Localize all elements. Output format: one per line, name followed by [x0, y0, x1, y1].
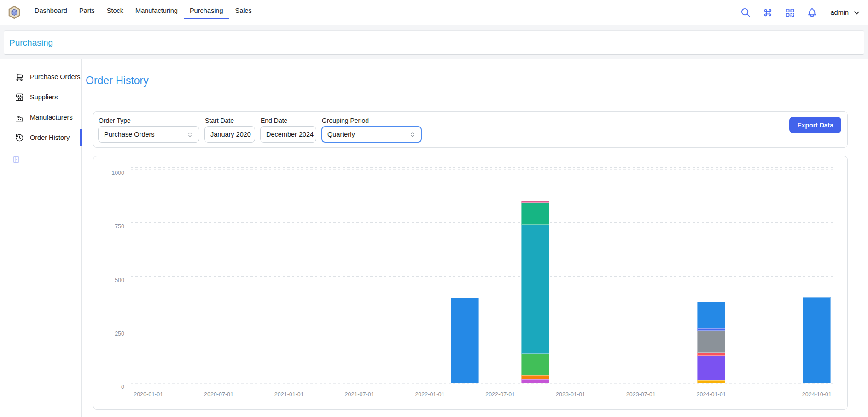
search-icon[interactable] — [740, 7, 751, 18]
y-tick-label: 1000 — [97, 170, 124, 176]
username: admin — [831, 9, 849, 16]
tab-manufacturing[interactable]: Manufacturing — [129, 3, 184, 19]
start-date-label: Start Date — [205, 117, 255, 124]
sidebar-item-label: Suppliers — [30, 93, 58, 101]
navbar-actions: admin — [740, 7, 861, 18]
tab-sales[interactable]: Sales — [229, 3, 257, 19]
order-type-filter: Order Type Purchase Orders — [98, 117, 199, 143]
sidebar-item-purchase-orders[interactable]: Purchase Orders — [0, 69, 81, 85]
x-tick-label: 2022-07-01 — [485, 391, 515, 398]
order-history-chart-card: 025050075010002020-01-012020-07-012021-0… — [93, 156, 848, 410]
bar-segment-2022-10-01[interactable] — [521, 201, 549, 203]
shopping-cart-icon — [15, 73, 24, 81]
chevron-down-icon — [853, 9, 861, 17]
tab-stock[interactable]: Stock — [101, 3, 129, 19]
x-tick-label: 2024-01-01 — [697, 391, 726, 398]
start-date-value: January 2020 — [210, 131, 251, 138]
order-type-select[interactable]: Purchase Orders — [98, 126, 199, 143]
y-tick-label: 750 — [97, 223, 124, 230]
order-type-label: Order Type — [99, 117, 199, 124]
x-tick-label: 2022-01-01 — [415, 391, 444, 398]
export-data-button[interactable]: Export Data — [789, 117, 841, 133]
end-date-value: December 2024 — [266, 131, 314, 138]
bell-icon[interactable] — [807, 7, 817, 18]
sidebar-item-label: Order History — [30, 134, 70, 141]
order-type-value: Purchase Orders — [104, 131, 155, 138]
x-tick-label: 2023-01-01 — [556, 391, 585, 398]
bar-segment-2024-10-01[interactable] — [803, 297, 831, 383]
sidebar-item-label: Manufacturers — [30, 114, 73, 121]
qrcode-icon[interactable] — [785, 7, 795, 18]
y-gridline-500 — [131, 276, 834, 277]
sidebar-item-suppliers[interactable]: Suppliers — [0, 89, 81, 105]
panel-title: Order History — [86, 75, 149, 87]
sidebar-item-manufacturers[interactable]: Manufacturers — [0, 109, 81, 126]
page-title: Purchasing — [9, 38, 53, 48]
page-header-card: Purchasing — [4, 30, 864, 55]
bar-segment-2024-01-01[interactable] — [697, 331, 725, 352]
factory-icon — [15, 113, 24, 122]
history-icon — [15, 133, 24, 142]
y-gridline-750 — [131, 222, 834, 223]
tab-parts[interactable]: Parts — [73, 3, 101, 19]
sidebar: Purchase OrdersSuppliersManufacturersOrd… — [0, 59, 82, 417]
chart-top-gridline — [131, 167, 834, 168]
y-gridline-1000 — [131, 169, 834, 170]
selector-chevrons-icon — [405, 131, 416, 138]
bar-segment-2024-01-01[interactable] — [697, 356, 725, 380]
end-date-filter: End Date December 2024 — [260, 117, 316, 143]
bar-segment-2024-01-01[interactable] — [697, 353, 725, 356]
sidebar-collapse-icon[interactable] — [12, 156, 20, 164]
bar-segment-2024-01-01[interactable] — [697, 380, 725, 383]
bar-segment-2024-01-01[interactable] — [697, 302, 725, 328]
app-logo-icon[interactable] — [7, 6, 21, 19]
y-tick-label: 0 — [97, 384, 124, 390]
bar-segment-2022-10-01[interactable] — [521, 225, 549, 354]
end-date-input[interactable]: December 2024 — [260, 126, 316, 143]
selector-chevrons-icon — [183, 131, 193, 138]
divider — [86, 95, 851, 95]
grouping-period-label: Grouping Period — [322, 117, 422, 124]
filter-toolbar: Order Type Purchase Orders Start Date Ja… — [93, 111, 848, 148]
bar-segment-2024-01-01[interactable] — [697, 328, 725, 331]
command-icon[interactable] — [763, 7, 773, 18]
grouping-period-select[interactable]: Quarterly — [321, 126, 422, 143]
start-date-input[interactable]: January 2020 — [204, 126, 255, 143]
x-tick-label: 2024-10-01 — [802, 391, 832, 398]
main-panel: Order History Order Type Purchase Orders… — [82, 59, 868, 417]
main-nav-tabs: DashboardPartsStockManufacturingPurchasi… — [27, 3, 268, 19]
user-menu[interactable]: admin — [831, 9, 861, 17]
bar-segment-2022-10-01[interactable] — [521, 354, 549, 375]
top-navbar: DashboardPartsStockManufacturingPurchasi… — [0, 0, 868, 25]
end-date-label: End Date — [261, 117, 316, 124]
start-date-filter: Start Date January 2020 — [204, 117, 255, 143]
bar-segment-2022-04-01[interactable] — [451, 298, 479, 383]
x-tick-label: 2021-07-01 — [345, 391, 374, 398]
app-window: DashboardPartsStockManufacturingPurchasi… — [0, 0, 868, 417]
y-gridline-250 — [131, 330, 834, 330]
x-tick-label: 2021-01-01 — [274, 391, 304, 398]
x-tick-label: 2020-07-01 — [204, 391, 233, 398]
chart-plot-area[interactable]: 025050075010002020-01-012020-07-012021-0… — [131, 167, 834, 383]
bar-segment-2022-10-01[interactable] — [521, 375, 549, 379]
sidebar-item-label: Purchase Orders — [30, 73, 81, 81]
content-area: Purchase OrdersSuppliersManufacturersOrd… — [0, 59, 868, 417]
building-store-icon — [15, 93, 24, 102]
bar-segment-2022-10-01[interactable] — [521, 379, 549, 383]
x-tick-label: 2023-07-01 — [626, 391, 656, 398]
bar-segment-2022-10-01[interactable] — [521, 203, 549, 224]
x-tick-label: 2020-01-01 — [134, 391, 163, 398]
y-gridline-0 — [131, 383, 834, 384]
y-tick-label: 500 — [97, 277, 124, 284]
y-tick-label: 250 — [97, 330, 124, 337]
grouping-period-filter: Grouping Period Quarterly — [321, 117, 422, 143]
tab-dashboard[interactable]: Dashboard — [29, 3, 73, 19]
sidebar-item-order-history[interactable]: Order History — [0, 129, 81, 146]
tab-purchasing[interactable]: Purchasing — [184, 3, 229, 19]
grouping-period-value: Quarterly — [327, 131, 355, 138]
